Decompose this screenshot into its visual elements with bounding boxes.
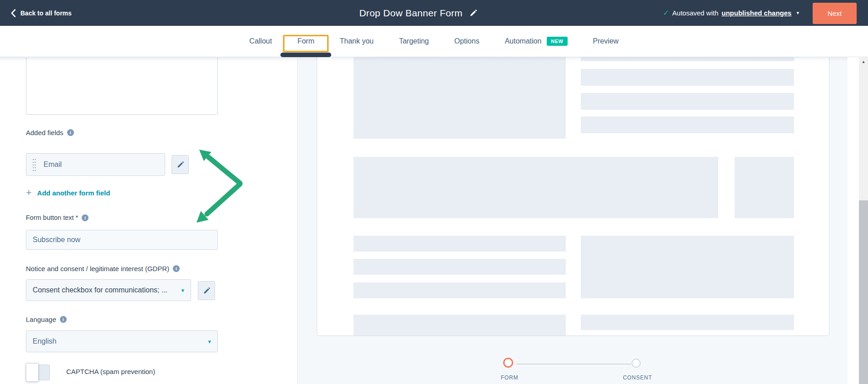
- pencil-icon: [203, 287, 210, 294]
- skeleton-block: [581, 236, 794, 298]
- info-icon[interactable]: i: [82, 214, 88, 221]
- main-content: Added fields i Email + Add another form …: [0, 57, 868, 384]
- gdpr-label-row: Notice and consent / legitimate interest…: [26, 265, 180, 272]
- tab-automation[interactable]: Automation NEW: [492, 26, 580, 57]
- unpublished-changes-link[interactable]: unpublished changes: [721, 9, 791, 17]
- form-preview-card: [317, 57, 829, 336]
- skeleton-block: [581, 69, 794, 86]
- skeleton-block: [353, 157, 718, 218]
- skeleton-block: [581, 315, 794, 330]
- edit-title-icon[interactable]: [470, 10, 477, 17]
- tab-preview[interactable]: Preview: [580, 26, 632, 57]
- page-title: Drop Dow Banner Form: [359, 8, 463, 19]
- language-dropdown[interactable]: English ▾: [26, 331, 218, 352]
- skeleton-block: [353, 282, 566, 298]
- add-form-field-link[interactable]: + Add another form field: [26, 188, 110, 198]
- top-navbar: Back to all forms Drop Dow Banner Form ✓…: [0, 0, 868, 26]
- form-text-area[interactable]: [26, 57, 218, 115]
- skeleton-block: [581, 117, 794, 133]
- stepper-consent-label: CONSENT: [613, 374, 662, 381]
- new-badge: NEW: [547, 37, 567, 46]
- pencil-icon: [177, 161, 184, 168]
- tab-callout[interactable]: Callout: [237, 26, 285, 57]
- toggle-knob: [26, 363, 39, 382]
- caret-down-icon: ▾: [181, 287, 184, 294]
- autosave-text: Autosaved with: [672, 9, 719, 17]
- window-scrollbar[interactable]: ▲: [859, 57, 868, 384]
- info-icon[interactable]: i: [67, 129, 74, 136]
- form-button-text-input[interactable]: [26, 230, 218, 250]
- language-label-row: Language i: [26, 316, 67, 323]
- edit-gdpr-button[interactable]: [198, 281, 215, 300]
- stepper-form-label: FORM: [491, 374, 528, 381]
- stepper-form-circle[interactable]: [503, 358, 513, 368]
- back-to-forms-link[interactable]: Back to all forms: [0, 9, 72, 17]
- captcha-toggle[interactable]: [26, 363, 50, 382]
- captcha-label: CAPTCHA (spam prevention): [66, 368, 155, 375]
- tab-options[interactable]: Options: [441, 26, 492, 57]
- caret-down-icon: ▾: [208, 338, 211, 345]
- autosave-status: ✓ Autosaved with unpublished changes ▾: [663, 9, 799, 17]
- skeleton-block: [353, 315, 566, 336]
- next-button[interactable]: Next: [813, 3, 857, 24]
- field-label: Email: [44, 160, 62, 169]
- chevron-left-icon: [11, 9, 16, 17]
- info-icon[interactable]: i: [173, 265, 180, 272]
- skeleton-block: [735, 157, 794, 218]
- form-editor-app: { "navbar": { "back_label": "Back to all…: [0, 0, 868, 384]
- skeleton-block: [353, 236, 566, 252]
- tab-thank-you[interactable]: Thank you: [327, 26, 387, 57]
- chevron-down-icon[interactable]: ▾: [796, 10, 799, 16]
- back-label: Back to all forms: [20, 10, 72, 17]
- added-field-email[interactable]: Email: [26, 153, 165, 176]
- tab-form[interactable]: Form: [284, 26, 327, 57]
- stepper-line: [516, 364, 631, 365]
- form-preview-pane: FORM CONSENT: [297, 57, 848, 384]
- drag-handle-icon[interactable]: [32, 158, 36, 171]
- gdpr-dropdown[interactable]: Consent checkbox for communications; ...…: [26, 279, 191, 301]
- scrollbar-thumb[interactable]: [859, 200, 868, 384]
- form-button-text-label-row: Form button text * i: [26, 214, 88, 221]
- edit-email-field-button[interactable]: [172, 155, 189, 174]
- skeleton-block: [353, 57, 566, 139]
- editor-tabbar: Callout Form Thank you Targeting Options…: [0, 26, 868, 57]
- annotation-arrows: [191, 143, 247, 229]
- skeleton-block: [581, 93, 794, 110]
- tab-targeting[interactable]: Targeting: [386, 26, 441, 57]
- info-icon[interactable]: i: [60, 316, 67, 323]
- scroll-up-arrow[interactable]: ▲: [859, 59, 868, 64]
- plus-icon: +: [26, 188, 32, 198]
- added-fields-label-row: Added fields i: [26, 129, 74, 136]
- check-icon: ✓: [663, 9, 669, 17]
- stepper-consent-circle[interactable]: [632, 359, 641, 368]
- skeleton-block: [353, 259, 566, 275]
- skeleton-block: [581, 57, 794, 61]
- form-editor-panel: Added fields i Email + Add another form …: [0, 57, 297, 384]
